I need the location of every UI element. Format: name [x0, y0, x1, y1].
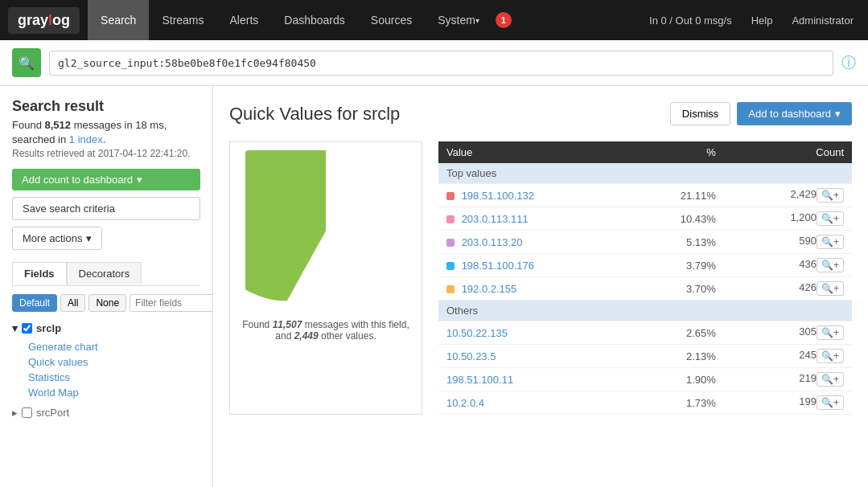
quick-values-title: Quick Values for srclp: [229, 104, 400, 125]
color-dot: [446, 215, 455, 223]
count-cell: 436 🔍+: [724, 254, 852, 277]
filter-none-button[interactable]: None: [88, 294, 126, 312]
quick-values-link[interactable]: Quick values: [28, 354, 200, 370]
value-cell: 192.0.2.155: [438, 277, 629, 301]
field-group-srcport[interactable]: ▸ srcPort: [12, 404, 200, 421]
value-link[interactable]: 10.50.23.5: [446, 350, 496, 362]
nav-streams[interactable]: Streams: [149, 0, 216, 40]
filter-fields-input[interactable]: [130, 294, 213, 312]
nav-search[interactable]: Search: [88, 0, 149, 40]
field-name-srclp: srclp: [36, 322, 61, 334]
tab-decorators[interactable]: Decorators: [67, 262, 142, 285]
count-cell: 245 🔍+: [724, 345, 852, 368]
logo-text: graylog: [18, 12, 70, 29]
table-row: 198.51.100.176 3.79% 436 🔍+: [438, 254, 852, 277]
generate-chart-link[interactable]: Generate chart: [28, 339, 200, 354]
nav-dashboards[interactable]: Dashboards: [271, 0, 358, 40]
others-section: Others: [438, 301, 852, 321]
top-values-section: Top values: [438, 163, 852, 184]
zoom-button[interactable]: 🔍+: [817, 325, 844, 340]
value-link[interactable]: 10.2.0.4: [446, 397, 484, 409]
count-cell: 2,429 🔍+: [724, 184, 852, 207]
save-search-button[interactable]: Save search criteria: [12, 197, 200, 220]
pct-cell: 21.11%: [629, 184, 724, 207]
admin-button[interactable]: Administrator: [785, 14, 860, 27]
search-info-icon[interactable]: ⓘ: [841, 53, 856, 72]
count-cell: 426 🔍+: [724, 277, 852, 301]
field-group-header-srclp[interactable]: ▾ srclp: [12, 320, 200, 337]
value-cell: 198.51.100.176: [438, 254, 629, 277]
value-link[interactable]: 192.0.2.155: [462, 283, 517, 295]
world-map-link[interactable]: World Map: [28, 385, 200, 400]
throughput-label: In 0 / Out 0 msg/s: [643, 14, 738, 27]
field-checkbox-srclp[interactable]: [22, 323, 32, 334]
quick-values-table: Value % Count Top values: [438, 141, 852, 415]
pie-chart: [245, 150, 406, 311]
searched-in-text: searched in 1 index.: [12, 133, 200, 145]
pct-cell: 2.65%: [629, 321, 724, 345]
table-row: 10.50.23.5 2.13% 245 🔍+: [438, 345, 852, 368]
field-checkbox-srcport[interactable]: [22, 407, 32, 418]
field-group-srclp: ▾ srclp Generate chart Quick values Stat…: [12, 320, 200, 400]
searched-in-label: searched in: [12, 133, 69, 145]
color-dot: [446, 192, 455, 200]
pie-container: Found 11,507 messages with this field, a…: [229, 141, 422, 415]
search-input[interactable]: [49, 51, 833, 76]
nav-badge: 1: [496, 12, 512, 28]
table-row: 198.51.100.132 21.11% 2,429 🔍+: [438, 184, 852, 207]
zoom-button[interactable]: 🔍+: [817, 235, 844, 249]
add-dashboard-button[interactable]: Add to dashboard: [737, 102, 852, 125]
search-bar: 🔍 ⓘ: [0, 40, 868, 86]
count-cell: 219 🔍+: [724, 368, 852, 391]
search-button[interactable]: 🔍: [12, 48, 41, 77]
pct-cell: 2.13%: [629, 345, 724, 368]
zoom-button[interactable]: 🔍+: [817, 281, 844, 296]
collapse-icon-srclp: ▾: [12, 322, 18, 334]
zoom-button[interactable]: 🔍+: [817, 211, 844, 226]
nav-items: Search Streams Alerts Dashboards Sources…: [88, 0, 643, 40]
found-count: 8,512: [44, 119, 71, 131]
index-link[interactable]: 1 index: [69, 133, 103, 145]
tab-fields[interactable]: Fields: [12, 262, 67, 285]
nav-alerts[interactable]: Alerts: [217, 0, 272, 40]
found-text: Found 8,512 messages in 18 ms,: [12, 119, 200, 131]
value-cell: 198.51.100.132: [438, 184, 629, 207]
value-link[interactable]: 203.0.113.111: [462, 213, 529, 225]
value-link[interactable]: 203.0.113.20: [462, 236, 523, 248]
zoom-button[interactable]: 🔍+: [817, 349, 844, 363]
table-row: 10.50.22.135 2.65% 305 🔍+: [438, 321, 852, 345]
value-link[interactable]: 198.51.100.11: [446, 374, 513, 386]
dismiss-button[interactable]: Dismiss: [670, 102, 731, 125]
nav-right: In 0 / Out 0 msg/s Help Administrator: [643, 14, 860, 27]
value-link[interactable]: 198.51.100.132: [462, 190, 534, 202]
more-actions-button[interactable]: More actions: [12, 227, 102, 250]
zoom-button[interactable]: 🔍+: [817, 372, 844, 387]
pie-caption: Found 11,507 messages with this field, a…: [238, 319, 413, 342]
sidebar: Search result Found 8,512 messages in 18…: [0, 86, 213, 487]
field-name-srcport: srcPort: [36, 407, 69, 419]
top-nav: graylog Search Streams Alerts Dashboards…: [0, 0, 868, 40]
nav-system[interactable]: System: [425, 0, 492, 40]
statistics-link[interactable]: Statistics: [28, 370, 200, 385]
field-filter-row: Default All None: [12, 294, 200, 312]
add-count-button[interactable]: Add count to dashboard: [12, 169, 200, 190]
value-cell: 10.2.0.4: [438, 391, 629, 415]
filter-all-button[interactable]: All: [60, 294, 85, 312]
nav-sources[interactable]: Sources: [358, 0, 425, 40]
found-suffix: messages: [74, 119, 121, 131]
zoom-button[interactable]: 🔍+: [817, 188, 844, 203]
value-link[interactable]: 198.51.100.176: [462, 260, 534, 272]
pct-cell: 10.43%: [629, 207, 724, 231]
table-row: 10.2.0.4 1.73% 199 🔍+: [438, 391, 852, 415]
help-button[interactable]: Help: [745, 14, 780, 27]
count-cell: 590 🔍+: [724, 231, 852, 254]
filter-default-button[interactable]: Default: [12, 294, 57, 312]
quick-values-body: Found 11,507 messages with this field, a…: [229, 141, 852, 415]
zoom-button[interactable]: 🔍+: [817, 395, 844, 410]
value-cell: 203.0.113.111: [438, 207, 629, 231]
value-link[interactable]: 10.50.22.135: [446, 327, 508, 339]
pct-cell: 1.73%: [629, 391, 724, 415]
top-values-label: Top values: [438, 163, 852, 184]
fields-decorators-tabs: Fields Decorators: [12, 262, 200, 286]
zoom-button[interactable]: 🔍+: [817, 258, 844, 272]
